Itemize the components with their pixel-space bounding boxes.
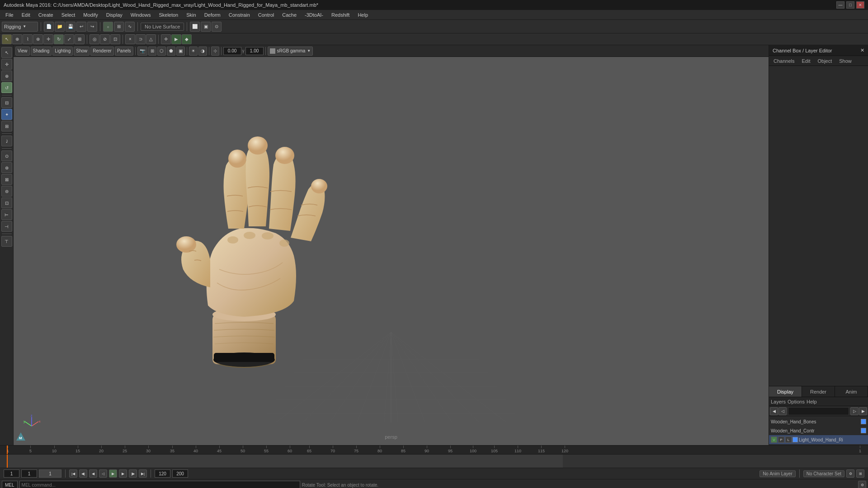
play-fwd-btn[interactable]: ▶ bbox=[109, 469, 117, 478]
frame-indicator[interactable]: 1 bbox=[39, 469, 61, 478]
ipr-btn[interactable]: ▶ bbox=[171, 34, 181, 44]
close-button[interactable]: ✕ bbox=[856, 1, 864, 9]
redo-btn[interactable]: ↪ bbox=[87, 22, 97, 32]
channel-box-close-icon[interactable]: ✕ bbox=[860, 47, 864, 53]
tool-select[interactable]: ↖ bbox=[1, 47, 12, 58]
tab-object[interactable]: Object bbox=[815, 57, 835, 65]
end-frame-input[interactable] bbox=[172, 469, 188, 478]
menu-cache[interactable]: Cache bbox=[278, 11, 300, 19]
menu-deform[interactable]: Deform bbox=[201, 11, 224, 19]
char-set-extra-btn[interactable]: ⊞ bbox=[856, 469, 864, 478]
tool-icon6[interactable]: ⊢ bbox=[1, 209, 12, 220]
snapshot-btn[interactable]: ⊙ bbox=[212, 22, 222, 32]
vp-exposure-input[interactable] bbox=[223, 47, 241, 55]
tool-icon5[interactable]: ⊡ bbox=[1, 197, 12, 208]
tab-channels[interactable]: Channels bbox=[771, 57, 797, 65]
workspace-dropdown[interactable]: Rigging ▼ bbox=[2, 22, 38, 32]
layer-vis-v[interactable]: V bbox=[771, 436, 777, 443]
snap-grid-btn[interactable]: ⊞ bbox=[114, 22, 124, 32]
menu-control[interactable]: Control bbox=[255, 11, 278, 19]
universal-manip-tool[interactable]: ⊞ bbox=[75, 34, 85, 44]
next-key-btn[interactable]: |▶ bbox=[129, 469, 137, 478]
menu-skin[interactable]: Skin bbox=[183, 11, 199, 19]
layers-menu-layers[interactable]: Layers bbox=[771, 399, 786, 404]
tool-icon1[interactable]: ⊙ bbox=[1, 150, 12, 161]
vp-show-menu[interactable]: Show bbox=[74, 47, 90, 56]
tool-curve[interactable]: ⤸ bbox=[1, 136, 12, 146]
vp-shadow-btn[interactable]: ◑ bbox=[198, 47, 207, 56]
vp-wireframe-btn[interactable]: ⬡ bbox=[157, 47, 166, 56]
menu-3dtai[interactable]: -3DtoAI- bbox=[301, 11, 327, 19]
timeline-ruler[interactable]: 1 5 10 15 20 25 30 35 40 45 50 bbox=[0, 446, 868, 455]
play-back-btn[interactable]: ◁ bbox=[99, 469, 107, 478]
xray-btn[interactable]: ⊘ bbox=[100, 34, 110, 44]
snap-point-btn[interactable]: × bbox=[125, 34, 135, 44]
tool-lasso[interactable]: ⊕ bbox=[1, 70, 12, 81]
rotate-tool[interactable]: ↻ bbox=[54, 34, 64, 44]
no-anim-layer-label[interactable]: No Anim Layer bbox=[760, 470, 796, 477]
tool-rotate[interactable]: ↺ bbox=[1, 82, 12, 93]
layers-next-btn[interactable]: ▶ bbox=[859, 407, 867, 415]
scale-tool[interactable]: ⤢ bbox=[64, 34, 74, 44]
menu-redshift[interactable]: Redshift bbox=[328, 11, 353, 19]
end-current-frame-input[interactable] bbox=[155, 469, 170, 478]
current-frame-input[interactable] bbox=[21, 469, 37, 478]
char-set-settings-btn[interactable]: ⚙ bbox=[846, 469, 854, 478]
menu-file[interactable]: File bbox=[2, 11, 17, 19]
vp-grid-btn[interactable]: ⊞ bbox=[148, 47, 156, 56]
tool-scale[interactable]: ⊟ bbox=[1, 97, 12, 108]
layers-prev-btn[interactable]: ◀ bbox=[770, 407, 778, 415]
tool-sculpt[interactable]: ⊞ bbox=[1, 121, 12, 131]
menu-help[interactable]: Help bbox=[354, 11, 372, 19]
viewport-3d[interactable]: persp x y z M bbox=[14, 57, 769, 445]
scene-render-btn[interactable]: ◆ bbox=[182, 34, 192, 44]
open-file-btn[interactable]: 📁 bbox=[55, 22, 65, 32]
vp-panels-menu[interactable]: Panels bbox=[115, 47, 133, 56]
go-start-btn[interactable]: |◀ bbox=[69, 469, 77, 478]
tool-icon8[interactable]: ⊤ bbox=[1, 236, 12, 247]
paint-select-tool[interactable]: ⊛ bbox=[33, 34, 43, 44]
tool-move[interactable]: ✛ bbox=[1, 59, 12, 70]
menu-select[interactable]: Select bbox=[58, 11, 79, 19]
arrow-tool[interactable]: ↖ bbox=[2, 34, 12, 44]
save-file-btn[interactable]: 💾 bbox=[66, 22, 75, 32]
layers-menu-help[interactable]: Help bbox=[807, 399, 817, 404]
start-frame-input[interactable] bbox=[4, 469, 19, 478]
prev-key-btn[interactable]: ◀| bbox=[79, 469, 87, 478]
mel-input[interactable] bbox=[19, 481, 300, 488]
tool-paint[interactable]: ✦ bbox=[1, 109, 12, 120]
select-lasso-tool[interactable]: ⌇ bbox=[23, 34, 33, 44]
tab-display[interactable]: Display bbox=[769, 386, 802, 397]
wireframe-btn[interactable]: ⊡ bbox=[110, 34, 120, 44]
go-end-btn[interactable]: ▶| bbox=[139, 469, 147, 478]
color-space-dropdown[interactable]: sRGB gamma ▼ bbox=[268, 47, 313, 56]
vp-lighting-menu[interactable]: Lighting bbox=[52, 47, 73, 56]
vp-smooth-btn[interactable]: ⬟ bbox=[167, 47, 175, 56]
vp-shading-menu[interactable]: Shading bbox=[31, 47, 52, 56]
layer-item-light-wood[interactable]: V P L Light_Wood_Hand_Ri bbox=[769, 435, 868, 444]
render-region-btn[interactable]: ✛ bbox=[161, 34, 171, 44]
layer-item-bones[interactable]: Wooden_Hand_Bones bbox=[769, 417, 868, 426]
layer-item-contr[interactable]: Wooden_Hand_Contr bbox=[769, 426, 868, 435]
menu-display[interactable]: Display bbox=[103, 11, 126, 19]
layers-prev2-btn[interactable]: ◁ bbox=[778, 407, 787, 415]
vp-renderer-menu[interactable]: Renderer bbox=[90, 47, 114, 56]
vp-light-btn[interactable]: ☀ bbox=[189, 47, 198, 56]
tool-icon3[interactable]: ⊠ bbox=[1, 174, 12, 185]
vp-iso-btn[interactable]: ⊹ bbox=[211, 47, 219, 56]
tab-show[interactable]: Show bbox=[836, 57, 854, 65]
snap-curve-btn[interactable]: ∿ bbox=[125, 22, 135, 32]
vp-view-menu[interactable]: View bbox=[15, 47, 30, 56]
next-frame-btn[interactable]: ▶ bbox=[119, 469, 127, 478]
snap-face-btn[interactable]: △ bbox=[146, 34, 156, 44]
layers-next2-btn[interactable]: ▷ bbox=[850, 407, 859, 415]
maximize-button[interactable]: □ bbox=[846, 1, 854, 9]
menu-constrain[interactable]: Constrain bbox=[225, 11, 254, 19]
tool-icon4[interactable]: ⊜ bbox=[1, 186, 12, 197]
minimize-button[interactable]: — bbox=[836, 1, 844, 9]
tab-edit[interactable]: Edit bbox=[799, 57, 813, 65]
new-file-btn[interactable]: 📄 bbox=[44, 22, 54, 32]
timeline-playback[interactable] bbox=[0, 455, 868, 468]
layers-scrollbar[interactable] bbox=[788, 407, 849, 415]
soft-sel-btn[interactable]: ◎ bbox=[90, 34, 99, 44]
